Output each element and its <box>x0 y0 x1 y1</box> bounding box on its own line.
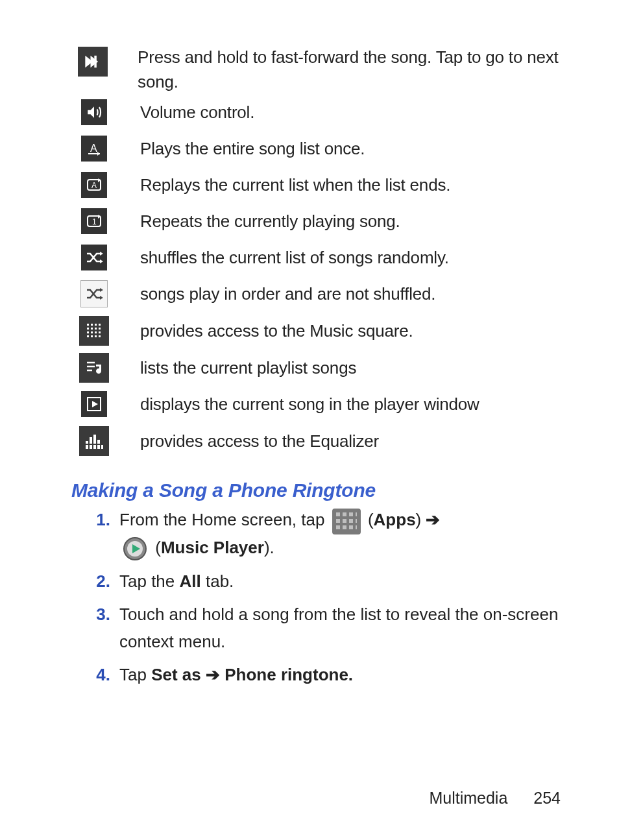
fast-forward-icon <box>78 47 108 77</box>
now-playing-icon <box>81 391 107 417</box>
shuffle-on-icon <box>81 245 107 270</box>
svg-rect-32 <box>97 445 100 449</box>
step-body: Tap Set as ➔ Phone ringtone. <box>119 662 567 689</box>
icon-cell: A <box>78 136 110 162</box>
music-square-icon <box>79 316 109 346</box>
svg-rect-21 <box>99 335 101 337</box>
list-item: displays the current song in the player … <box>78 386 567 422</box>
shuffle-off-icon <box>80 280 108 307</box>
svg-rect-31 <box>93 435 96 444</box>
page-footer: Multimedia 254 <box>429 789 561 808</box>
svg-rect-29 <box>90 437 92 444</box>
svg-rect-15 <box>91 331 93 333</box>
icon-description: shuffles the current list of songs rando… <box>140 246 449 270</box>
repeat-list-icon: A <box>81 172 107 198</box>
list-item: lists the current playlist songs <box>78 350 567 386</box>
step-body: Touch and hold a song from the list to r… <box>119 601 567 655</box>
svg-rect-10 <box>87 328 89 330</box>
svg-rect-17 <box>99 331 101 333</box>
icon-description: Replays the current list when the list e… <box>140 173 450 198</box>
svg-rect-7 <box>91 324 93 326</box>
icon-description: provides access to the Equalizer <box>140 429 379 454</box>
step-number: 2. <box>71 568 119 595</box>
svg-rect-18 <box>87 335 89 337</box>
svg-rect-13 <box>99 328 101 330</box>
apps-grid-icon <box>332 509 361 534</box>
icon-cell: 1 <box>78 208 110 234</box>
svg-rect-8 <box>95 324 97 326</box>
icon-description: provides access to the Music square. <box>140 319 413 344</box>
music-player-icon <box>122 536 148 562</box>
svg-rect-14 <box>87 331 89 333</box>
svg-rect-6 <box>87 324 89 326</box>
step-number: 1. <box>71 507 119 561</box>
icon-cell: A <box>78 172 110 198</box>
icon-description: displays the current song in the player … <box>140 392 479 417</box>
step-body: Tap the All tab. <box>119 568 567 595</box>
icon-cell <box>78 99 110 125</box>
step-item: 3. Touch and hold a song from the list t… <box>71 601 567 655</box>
list-item: songs play in order and are not shuffled… <box>78 276 567 312</box>
svg-text:A: A <box>90 143 97 154</box>
list-item: provides access to the Equalizer <box>78 422 567 460</box>
playlist-icon <box>79 353 109 383</box>
step-item: 1. From the Home screen, tap (Apps) ➔ (M… <box>71 507 567 561</box>
svg-text:1: 1 <box>92 217 97 226</box>
section-heading: Making a Song a Phone Ringtone <box>71 479 567 501</box>
svg-rect-28 <box>90 445 92 449</box>
list-item: Volume control. <box>78 94 567 130</box>
list-item: Press and hold to fast-forward the song.… <box>78 45 567 94</box>
list-item: provides access to the Music square. <box>78 312 567 350</box>
step-item: 2. Tap the All tab. <box>71 568 567 595</box>
icon-description: Press and hold to fast-forward the song.… <box>138 45 567 94</box>
icon-cell <box>78 45 108 77</box>
list-item: A Plays the entire song list once. <box>78 130 567 167</box>
svg-rect-20 <box>95 335 97 337</box>
list-item: 1 Repeats the currently playing song. <box>78 203 567 239</box>
footer-section: Multimedia <box>429 789 507 808</box>
icon-cell <box>78 353 110 383</box>
icon-description-list: Press and hold to fast-forward the song.… <box>78 45 567 460</box>
icon-cell <box>78 316 110 346</box>
steps-list: 1. From the Home screen, tap (Apps) ➔ (M… <box>71 507 567 689</box>
svg-rect-26 <box>86 445 88 449</box>
icon-cell <box>78 280 110 307</box>
svg-rect-30 <box>93 445 96 449</box>
icon-description: lists the current playlist songs <box>140 356 356 381</box>
icon-description: Plays the entire song list once. <box>140 137 365 162</box>
equalizer-icon <box>79 426 109 456</box>
list-item: A Replays the current list when the list… <box>78 167 567 203</box>
svg-rect-12 <box>95 328 97 330</box>
step-number: 4. <box>71 662 119 689</box>
svg-rect-27 <box>86 441 88 444</box>
svg-rect-34 <box>101 445 103 449</box>
step-body: From the Home screen, tap (Apps) ➔ (Musi… <box>119 507 567 561</box>
icon-cell <box>78 426 110 456</box>
svg-text:A: A <box>91 181 97 190</box>
footer-page-number: 254 <box>533 789 561 808</box>
icon-cell <box>78 391 110 417</box>
document-page: Press and hold to fast-forward the song.… <box>0 0 619 840</box>
step-item: 4. Tap Set as ➔ Phone ringtone. <box>71 662 567 689</box>
icon-description: songs play in order and are not shuffled… <box>140 282 435 307</box>
svg-rect-33 <box>97 440 100 444</box>
icon-description: Repeats the currently playing song. <box>140 210 400 234</box>
svg-rect-9 <box>99 324 101 326</box>
icon-cell <box>78 245 110 270</box>
list-item: shuffles the current list of songs rando… <box>78 239 567 276</box>
icon-description: Volume control. <box>140 101 254 125</box>
volume-icon <box>81 99 107 125</box>
play-all-once-icon: A <box>81 136 107 162</box>
step-number: 3. <box>71 601 119 655</box>
svg-rect-11 <box>91 328 93 330</box>
repeat-one-icon: 1 <box>81 208 107 234</box>
svg-rect-16 <box>95 331 97 333</box>
svg-rect-19 <box>91 335 93 337</box>
